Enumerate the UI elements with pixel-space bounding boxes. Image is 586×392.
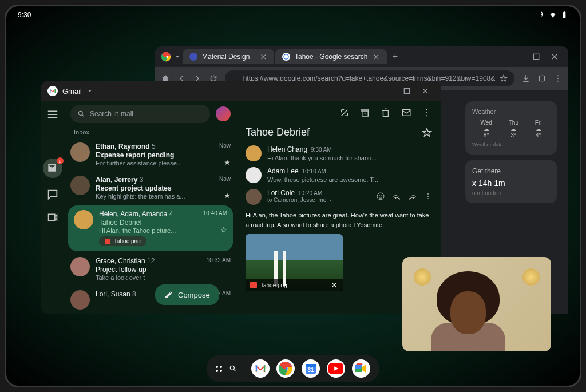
- window-title: Gmail: [62, 87, 82, 96]
- file-icon: [250, 282, 257, 288]
- svg-point-20: [427, 198, 429, 199]
- more-icon[interactable]: [553, 73, 563, 84]
- directions-card[interactable]: Get there x 14h 1m om London: [465, 160, 557, 203]
- archive-icon[interactable]: [360, 108, 370, 118]
- app-drawer-icon[interactable]: [216, 366, 222, 372]
- delete-icon[interactable]: [381, 108, 391, 118]
- sender-avatar: [246, 167, 262, 183]
- svg-text:31: 31: [307, 367, 314, 373]
- gmail-titlebar: Gmail: [41, 81, 441, 101]
- tablet-frame: 9:30 Material Design Tahoe - Google sesa…: [5, 5, 581, 387]
- email-item[interactable]: Grace, Christian 1210:32 AM Project foll…: [65, 252, 236, 286]
- profile-avatar[interactable]: [216, 106, 231, 121]
- chrome-logo-icon: [160, 50, 172, 63]
- mail-rail-icon[interactable]: 2: [43, 159, 62, 178]
- email-item[interactable]: Ethan, Raymond 5Now Expense report pendi…: [65, 138, 236, 171]
- svg-rect-3: [533, 54, 539, 59]
- status-time: 9:30: [18, 11, 31, 19]
- star-icon[interactable]: [224, 192, 231, 199]
- close-icon[interactable]: [330, 281, 338, 289]
- close-icon[interactable]: [372, 53, 380, 61]
- chevron-down-icon[interactable]: [173, 53, 181, 61]
- mail-icon[interactable]: [401, 108, 411, 118]
- star-icon[interactable]: [500, 74, 508, 82]
- taskbar: 31: [207, 355, 379, 382]
- expand-icon[interactable]: [339, 108, 350, 118]
- sender-avatar: [70, 290, 90, 310]
- browser-tab[interactable]: Material Design: [183, 49, 274, 64]
- email-subject: Tahoe Debrief: [246, 126, 310, 138]
- sender-avatar: [70, 176, 90, 195]
- star-icon[interactable]: [224, 159, 231, 166]
- forward-icon[interactable]: [408, 192, 417, 201]
- image-attachment[interactable]: Tahoe.png: [246, 234, 343, 291]
- youtube-app-icon[interactable]: [327, 359, 345, 378]
- bluetooth-icon: [537, 11, 545, 19]
- material-icon: [189, 53, 197, 61]
- weather-card[interactable]: Weather Wed☁8° Thu☁3° Fri☁4° Weather dat…: [465, 101, 557, 155]
- thread-message[interactable]: Lori Cole10:20 AM to Cameron, Jesse, me: [246, 189, 432, 205]
- picture-in-picture[interactable]: [402, 257, 551, 351]
- email-item[interactable]: Helen, Adam, Amanda 410:40 AM Tahoe Debr…: [68, 205, 233, 251]
- maximize-icon[interactable]: [402, 86, 411, 96]
- gmail-app-icon[interactable]: [251, 359, 270, 378]
- star-icon[interactable]: [422, 128, 432, 138]
- close-icon[interactable]: [421, 86, 430, 96]
- meet-app-icon[interactable]: [352, 359, 370, 378]
- svg-rect-4: [539, 76, 544, 81]
- more-icon[interactable]: [424, 192, 432, 200]
- more-icon[interactable]: [422, 108, 432, 118]
- svg-point-15: [377, 193, 384, 200]
- thread-message[interactable]: Helen Chang9:30 AM Hi Alan, thank you so…: [246, 145, 432, 161]
- compose-button[interactable]: Compose: [155, 284, 219, 305]
- sender-avatar: [246, 189, 262, 205]
- svg-point-9: [78, 111, 82, 115]
- meet-rail-icon[interactable]: [46, 211, 59, 224]
- maximize-icon[interactable]: [532, 52, 541, 61]
- svg-rect-10: [362, 109, 369, 111]
- account-icon[interactable]: [537, 73, 547, 84]
- calendar-app-icon[interactable]: 31: [302, 359, 320, 378]
- download-icon[interactable]: [521, 73, 530, 84]
- svg-point-7: [557, 81, 559, 82]
- svg-point-12: [426, 109, 427, 110]
- gmail-window[interactable]: Gmail 2 S: [41, 81, 441, 314]
- gmail-rail: 2: [41, 101, 65, 314]
- email-list: Search in mail Inbox Ethan, Raymond 5Now…: [65, 101, 236, 314]
- svg-rect-8: [404, 88, 409, 93]
- reply-icon[interactable]: [392, 192, 401, 201]
- svg-point-21: [230, 366, 234, 370]
- star-icon[interactable]: [220, 227, 227, 233]
- gmail-icon: [47, 86, 58, 96]
- close-icon[interactable]: [550, 52, 559, 61]
- inbox-label: Inbox: [65, 126, 236, 138]
- chevron-down-icon[interactable]: [328, 197, 334, 203]
- chevron-down-icon[interactable]: [86, 88, 93, 94]
- search-input[interactable]: Search in mail: [70, 105, 210, 123]
- unread-badge: 2: [57, 157, 64, 164]
- google-icon: [282, 53, 290, 61]
- battery-icon: [560, 11, 568, 19]
- pencil-icon: [164, 290, 173, 299]
- svg-point-5: [557, 75, 559, 76]
- sender-avatar: [246, 145, 262, 161]
- browser-tab[interactable]: Tahoe - Google sesarch: [275, 49, 387, 64]
- svg-point-6: [557, 78, 559, 79]
- sender-avatar: [70, 257, 90, 276]
- attachment-chip[interactable]: Tahoe.png: [99, 236, 146, 246]
- svg-point-16: [379, 195, 379, 196]
- thread-message[interactable]: Adam Lee10:10 AM Wow, these picturese ar…: [246, 167, 432, 183]
- search-icon[interactable]: [229, 365, 237, 373]
- chat-rail-icon[interactable]: [46, 188, 59, 201]
- email-item[interactable]: Alan, Jerrery 3Now Recent project update…: [65, 171, 236, 204]
- emoji-icon[interactable]: [376, 192, 385, 201]
- close-icon[interactable]: [259, 53, 267, 61]
- svg-point-2: [284, 54, 288, 59]
- new-tab-button[interactable]: +: [388, 50, 402, 64]
- message-body: Hi Alan, the Tahoe pictures are great. H…: [246, 211, 432, 229]
- svg-point-14: [426, 115, 427, 116]
- chrome-app-icon[interactable]: [276, 359, 295, 378]
- svg-point-19: [427, 196, 429, 197]
- wifi-icon: [549, 11, 557, 19]
- menu-icon[interactable]: [46, 108, 59, 121]
